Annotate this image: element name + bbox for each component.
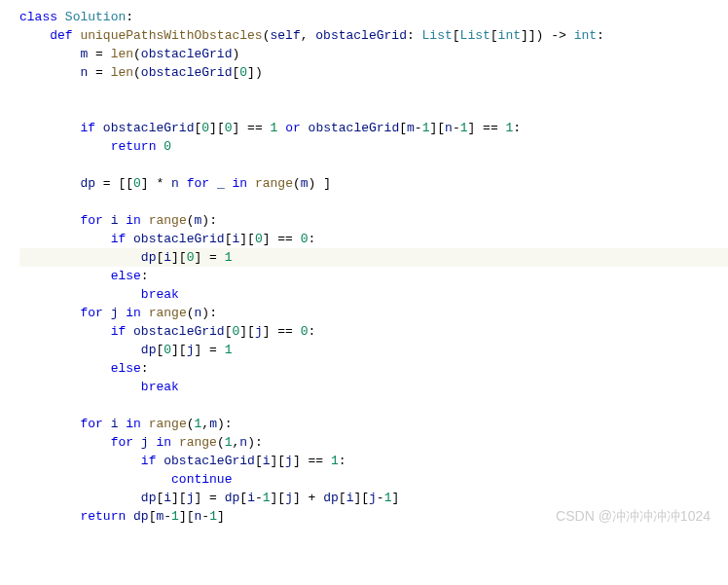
number: 0: [301, 324, 309, 339]
number: 0: [164, 139, 171, 154]
var-m: m: [80, 47, 88, 61]
keyword-in: in: [126, 213, 141, 228]
number: 0: [255, 232, 263, 246]
keyword-or: or: [285, 121, 301, 135]
var-m: m: [195, 213, 202, 228]
var-obstacleGrid: obstacleGrid: [133, 232, 225, 246]
keyword-break: break: [141, 287, 179, 302]
code-line: for j in range(n):: [19, 304, 728, 322]
var-obstacleGrid: obstacleGrid: [141, 65, 233, 80]
var-n: n: [195, 509, 202, 524]
number: 1: [271, 121, 278, 135]
keyword-return: return: [80, 509, 126, 524]
var-m: m: [301, 176, 309, 191]
var-dp: dp: [141, 250, 157, 265]
code-line: for i in range(1,m):: [19, 415, 728, 433]
var-n: n: [80, 65, 88, 80]
var-obstacleGrid: obstacleGrid: [141, 47, 233, 61]
var-obstacleGrid: obstacleGrid: [103, 121, 195, 135]
code-line: if obstacleGrid[0][0] == 1 or obstacleGr…: [19, 119, 728, 137]
keyword-else: else: [111, 361, 141, 376]
code-line-highlighted: dp[i][0] = 1: [19, 248, 728, 267]
code-line: if obstacleGrid[i][j] == 1:: [19, 452, 728, 470]
keyword-continue: continue: [171, 472, 232, 487]
keyword-in: in: [126, 306, 141, 320]
var-j: j: [111, 306, 119, 320]
code-line: dp[0][j] = 1: [19, 341, 728, 359]
var-i: i: [247, 491, 255, 505]
type-hint: List: [460, 28, 491, 43]
number: 1: [195, 417, 202, 431]
keyword-else: else: [111, 269, 141, 283]
type-hint: int: [498, 28, 521, 43]
keyword-if: if: [111, 232, 127, 246]
number: 0: [225, 121, 233, 135]
code-line: return 0: [19, 137, 728, 156]
number: 0: [133, 176, 141, 191]
blank-line: [19, 396, 728, 415]
number: 0: [164, 343, 171, 357]
var-i: i: [232, 232, 239, 246]
code-line: for j in range(1,n):: [19, 433, 728, 452]
code-line: dp = [[0] * n for _ in range(m) ]: [19, 174, 728, 193]
keyword-for: for: [80, 417, 102, 431]
var-j: j: [255, 324, 263, 339]
var-i: i: [346, 491, 354, 505]
var-underscore: _: [217, 176, 225, 191]
number: 0: [187, 250, 195, 265]
keyword-for: for: [80, 213, 102, 228]
code-line: break: [19, 285, 728, 304]
keyword-if: if: [111, 324, 127, 339]
builtin-range: range: [255, 176, 293, 191]
number: 1: [171, 509, 179, 524]
blank-line: [19, 82, 728, 100]
code-line: n = len(obstacleGrid[0]): [19, 63, 728, 82]
keyword-if: if: [141, 454, 157, 468]
number: 1: [422, 121, 430, 135]
var-m: m: [156, 509, 164, 524]
number: 0: [301, 232, 309, 246]
keyword-in: in: [126, 417, 141, 431]
code-line: if obstacleGrid[0][j] == 0:: [19, 322, 728, 341]
number: 1: [225, 343, 233, 357]
var-dp: dp: [141, 343, 157, 357]
number: 1: [225, 435, 233, 450]
var-dp: dp: [225, 491, 240, 505]
var-j: j: [285, 454, 293, 468]
keyword-def: def: [50, 28, 72, 43]
function-name: uniquePathsWithObstacles: [80, 28, 262, 43]
code-line: def uniquePathsWithObstacles(self, obsta…: [19, 26, 728, 45]
class-name: Solution: [65, 10, 126, 24]
var-j: j: [369, 491, 377, 505]
keyword-in: in: [233, 176, 248, 191]
keyword-class: class: [19, 10, 57, 24]
var-n: n: [171, 176, 179, 191]
var-obstacleGrid: obstacleGrid: [133, 324, 225, 339]
return-type: int: [574, 28, 597, 43]
var-i: i: [111, 213, 119, 228]
var-n: n: [239, 435, 247, 450]
var-n: n: [195, 306, 202, 320]
keyword-if: if: [80, 121, 95, 135]
code-line: class Solution:: [19, 8, 728, 26]
keyword-return: return: [111, 139, 157, 154]
keyword-break: break: [141, 380, 179, 394]
var-m: m: [407, 121, 415, 135]
blank-line: [19, 156, 728, 174]
code-line: for i in range(m):: [19, 211, 728, 230]
code-editor[interactable]: class Solution: def uniquePathsWithObsta…: [0, 8, 728, 526]
number: 0: [239, 65, 247, 80]
var-j: j: [285, 491, 293, 505]
builtin-len: len: [111, 65, 133, 80]
var-j: j: [141, 435, 149, 450]
builtin-len: len: [111, 47, 133, 61]
builtin-range: range: [149, 417, 187, 431]
code-line: m = len(obstacleGrid): [19, 45, 728, 63]
var-obstacleGrid: obstacleGrid: [164, 454, 255, 468]
code-line: break: [19, 378, 728, 396]
blank-line: [19, 193, 728, 211]
var-i: i: [263, 454, 271, 468]
number: 1: [263, 491, 271, 505]
builtin-range: range: [149, 306, 187, 320]
builtin-range: range: [179, 435, 217, 450]
